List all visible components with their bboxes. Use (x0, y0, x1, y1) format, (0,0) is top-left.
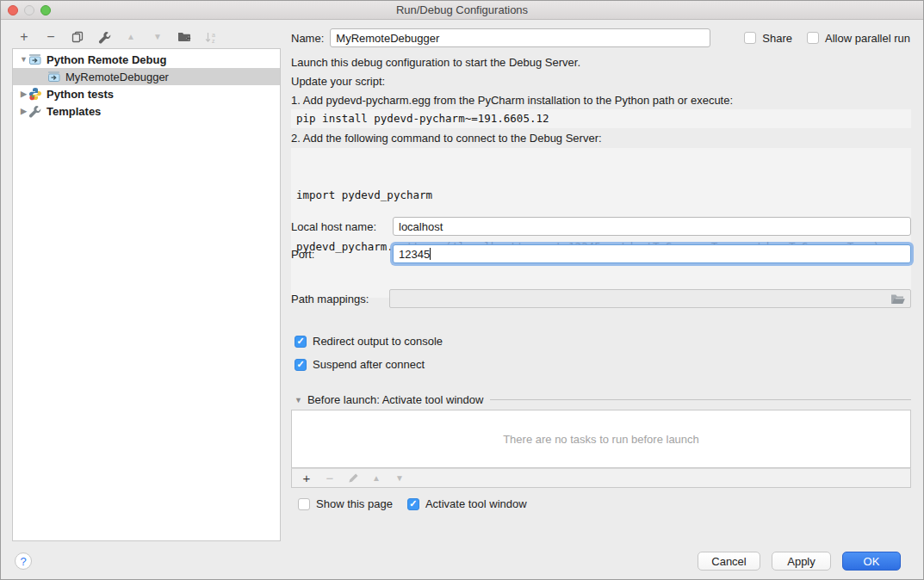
empty-tasks-text: There are no tasks to run before launch (503, 433, 699, 446)
add-configuration-icon[interactable]: + (16, 29, 32, 45)
suspend-after-connect-checkbox[interactable]: ✓ (295, 359, 307, 371)
redirect-output-checkbox[interactable]: ✓ (295, 336, 307, 348)
tree-item-label: Templates (47, 105, 101, 118)
copy-configuration-icon[interactable] (70, 29, 85, 45)
tree-item-label: Python Remote Debug (47, 53, 166, 66)
section-divider-line (490, 399, 911, 400)
edit-templates-wrench-icon[interactable] (96, 29, 112, 45)
minimize-window-button[interactable] (24, 5, 34, 15)
cancel-button[interactable]: Cancel (698, 552, 760, 571)
show-this-page-label: Show this page (316, 497, 393, 510)
expanded-arrow-icon[interactable]: ▼ (19, 55, 28, 64)
run-debug-configurations-dialog: Run/Debug Configurations + − ▲ ▼ az ▼ Py… (0, 0, 924, 580)
name-label: Name: (291, 32, 324, 45)
before-launch-title: Before launch: Activate tool window (307, 393, 484, 406)
allow-parallel-run-label: Allow parallel run (825, 32, 910, 45)
tree-item-templates[interactable]: ▶ Templates (13, 102, 280, 120)
show-this-page-checkbox[interactable] (298, 498, 310, 510)
python-tests-icon (28, 87, 43, 101)
move-task-up-icon[interactable]: ▲ (369, 472, 383, 485)
svg-text:z: z (212, 38, 215, 44)
apply-button[interactable]: Apply (772, 552, 831, 571)
share-checkbox[interactable] (744, 32, 756, 44)
step-2-text: 2. Add the following command to connect … (291, 132, 602, 145)
settrace-code-line-1: import pydevd_pycharm (296, 187, 906, 204)
sort-configurations-icon[interactable]: az (203, 29, 219, 45)
pip-install-code: pip install pydevd-pycharm~=191.6605.12 (291, 109, 911, 128)
tree-item-my-remote-debugger[interactable]: MyRemoteDebugger (13, 68, 280, 85)
window-title: Run/Debug Configurations (1, 1, 923, 19)
text-cursor (430, 248, 431, 260)
svg-text:a: a (212, 31, 215, 37)
tree-item-python-remote-debug[interactable]: ▼ Python Remote Debug (13, 51, 280, 68)
suspend-after-connect-label: Suspend after connect (313, 358, 425, 371)
tree-item-python-tests[interactable]: ▶ Python tests (13, 85, 280, 102)
close-window-button[interactable] (8, 5, 18, 15)
local-host-row: Local host name: (291, 217, 911, 236)
suspend-after-connect-row: ✓ Suspend after connect (295, 358, 425, 371)
remote-debug-config-icon (28, 52, 43, 66)
zoom-window-button[interactable] (40, 5, 51, 15)
page-options-row: Show this page ✓ Activate tool window (298, 497, 527, 510)
collapsed-arrow-icon[interactable]: ▶ (19, 89, 28, 98)
port-label: Port: (291, 248, 388, 261)
before-launch-task-list[interactable]: There are no tasks to run before launch (291, 410, 911, 468)
allow-parallel-run-checkbox[interactable] (807, 32, 819, 44)
ok-button[interactable]: OK (842, 552, 901, 571)
move-task-down-icon[interactable]: ▼ (393, 472, 406, 485)
tree-item-label: Python tests (47, 88, 114, 101)
move-down-icon[interactable]: ▼ (150, 29, 165, 45)
local-host-input[interactable] (393, 217, 911, 236)
edit-task-icon[interactable] (346, 472, 360, 485)
remove-configuration-icon[interactable]: − (43, 29, 59, 45)
activate-tool-window-checkbox[interactable]: ✓ (407, 498, 419, 510)
path-mappings-input[interactable] (389, 289, 911, 308)
remote-debug-config-icon (47, 70, 62, 83)
templates-wrench-icon (28, 104, 43, 118)
name-row: Name: Share Allow parallel run (291, 28, 911, 47)
redirect-output-row: ✓ Redirect output to console (295, 335, 443, 348)
tree-item-label: MyRemoteDebugger (65, 71, 169, 83)
port-row: Port: (291, 244, 911, 263)
port-input[interactable] (393, 244, 911, 263)
titlebar[interactable]: Run/Debug Configurations (1, 1, 923, 20)
help-button[interactable]: ? (15, 552, 32, 570)
collapsed-arrow-icon[interactable]: ▶ (19, 107, 28, 115)
name-input[interactable] (330, 28, 710, 47)
footer-buttons: Cancel Apply OK (698, 552, 901, 571)
path-mappings-label: Path mappings: (291, 293, 384, 305)
local-host-label: Local host name: (291, 220, 388, 233)
before-launch-header: ▼ Before launch: Activate tool window (295, 393, 911, 406)
step-1-text: 1. Add pydevd-pycharm.egg from the PyCha… (291, 94, 733, 107)
path-mappings-row: Path mappings: (291, 289, 911, 308)
tree-toolbar: + − ▲ ▼ az (16, 27, 219, 47)
configurations-tree: ▼ Python Remote Debug MyRemoteDebugger ▶… (12, 48, 281, 541)
tasks-toolbar: + − ▲ ▼ (291, 468, 911, 488)
section-collapse-icon[interactable]: ▼ (295, 396, 302, 404)
remove-task-icon[interactable]: − (323, 472, 337, 485)
redirect-output-label: Redirect output to console (313, 335, 443, 348)
browse-folder-icon[interactable] (890, 293, 906, 305)
new-folder-icon[interactable] (177, 29, 192, 45)
intro-text-1: Launch this debug configuration to start… (291, 56, 580, 69)
move-up-icon[interactable]: ▲ (123, 29, 139, 45)
help-question-icon: ? (20, 555, 26, 568)
share-label: Share (762, 32, 792, 45)
add-task-icon[interactable]: + (300, 472, 313, 485)
activate-tool-window-label: Activate tool window (425, 497, 527, 510)
intro-text-2: Update your script: (291, 75, 385, 88)
